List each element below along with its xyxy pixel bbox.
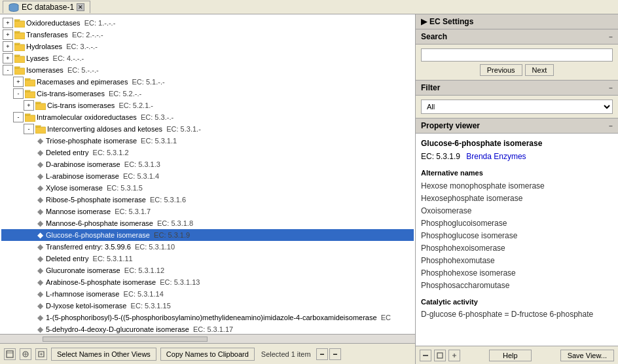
- tree-item-glucose-6[interactable]: ◆ Glucose-6-phosphate isomerase EC: 5.3.…: [1, 229, 414, 241]
- tree-item-arabinose-5[interactable]: ◆ Arabinose-5-phosphate isomerase EC: 5.…: [1, 276, 414, 288]
- tree-item-ribose-5[interactable]: ◆ Ribose-5-phosphate isomerase EC: 5.3.1…: [1, 194, 414, 206]
- tree-label: Isomerases: [26, 65, 64, 75]
- leaf-bullet: ◆: [35, 136, 45, 145]
- leaf-bullet: ◆: [35, 301, 45, 310]
- tree-item-glucuronate[interactable]: ◆ Glucuronate isomerase EC: 5.3.1.12: [1, 264, 414, 276]
- tree-label: Glucose-6-phosphate isomerase: [46, 230, 150, 240]
- tree-item-phosphoribosyl[interactable]: ◆ 1-(5-phosphoribosyl)-5-((5-phosphoribo…: [1, 312, 414, 323]
- svg-rect-6: [25, 80, 35, 86]
- leaf-bullet: ◆: [35, 313, 45, 322]
- save-view-button[interactable]: Save View...: [560, 350, 614, 361]
- tree-label: Cis-trans isomerases: [47, 100, 115, 111]
- expander-intramolecular[interactable]: -: [13, 112, 24, 122]
- expander-cis-trans-sub[interactable]: +: [24, 100, 34, 111]
- minus-icon-btn[interactable]: −: [316, 348, 328, 360]
- tree-item-hydrolases[interactable]: + Hydrolases EC: 3.-.-.-: [1, 41, 414, 52]
- leaf-bullet: ◆: [35, 172, 45, 181]
- leaf-bullet: ◆: [35, 195, 45, 204]
- property-collapse-icon[interactable]: −: [609, 122, 613, 130]
- tree-item-mannose-6[interactable]: ◆ Mannose-6-phosphate isomerase EC: 5.3.…: [1, 217, 414, 229]
- search-input[interactable]: [421, 48, 613, 62]
- svg-rect-11: [7, 351, 13, 357]
- brenda-link[interactable]: Brenda Enzymes: [466, 152, 526, 161]
- tree-label: Transferred entry: 3.5.99.6: [46, 242, 131, 252]
- expander-lyases[interactable]: +: [3, 53, 13, 64]
- right-bottom-bar: Help Save View...: [416, 346, 618, 364]
- restore-icon-btn[interactable]: [434, 350, 446, 361]
- leaf-bullet: ◆: [35, 278, 45, 287]
- tree-item-transferred[interactable]: ◆ Transferred entry: 3.5.99.6 EC: 5.3.1.…: [1, 241, 414, 253]
- tree-item-racemases[interactable]: + Racemases and epimerases EC: 5.1.-.-: [1, 76, 414, 88]
- tree-label: L-arabinose isomerase: [46, 171, 119, 181]
- tree-item-mannose[interactable]: ◆ Mannose isomerase EC: 5.3.1.7: [1, 206, 414, 217]
- search-header: Search −: [416, 29, 618, 45]
- tree-item-oxidoreductases[interactable]: + Oxidoreductases EC: 1.-.-.-: [1, 17, 414, 29]
- tree-item-intramolecular[interactable]: - Intramolecular oxidoreductases EC: 5.3…: [1, 111, 414, 123]
- minimize-icon-btn[interactable]: [420, 350, 431, 361]
- svg-rect-8: [35, 103, 46, 110]
- folder-icon: [14, 30, 25, 39]
- expander-interconverting[interactable]: -: [24, 124, 34, 134]
- tree-item-deleted-53111[interactable]: ◆ Deleted entry EC: 5.3.1.11: [1, 253, 414, 264]
- tree-label: D-arabinose isomerase: [46, 159, 120, 170]
- expander-isomerases[interactable]: -: [3, 65, 13, 75]
- catalytic-title: Catalytic activity: [421, 297, 613, 308]
- tree-item-triose-phosphate[interactable]: ◆ Triose-phosphate isomerase EC: 5.3.1.1: [1, 135, 414, 147]
- property-viewer-content: Glucose-6-phosphate isomerase EC: 5.3.1.…: [416, 134, 618, 346]
- expander-racemases[interactable]: +: [13, 77, 24, 87]
- tree-item-d-arabinose[interactable]: ◆ D-arabinose isomerase EC: 5.3.1.3: [1, 158, 414, 170]
- leaf-bullet: ◆: [35, 183, 45, 192]
- tree-item-dehydro[interactable]: ◆ 5-dehydro-4-deoxy-D-glucuronate isomer…: [1, 323, 414, 334]
- leaf-bullet: ◆: [35, 254, 45, 263]
- expander-hydrolases[interactable]: +: [3, 41, 13, 52]
- search-collapse-icon[interactable]: −: [609, 33, 613, 41]
- toolbar-icon-2[interactable]: [20, 348, 31, 360]
- tree-container[interactable]: + Oxidoreductases EC: 1.-.-.- + Transfer…: [0, 14, 415, 334]
- svg-rect-2: [14, 33, 25, 39]
- minus2-icon-btn[interactable]: −: [329, 348, 341, 360]
- tree-item-isomerases[interactable]: - Isomerases EC: 5.-.-.-: [1, 64, 414, 76]
- tree-label: Intramolecular oxidoreductases: [37, 112, 137, 122]
- previous-button[interactable]: Previous: [480, 64, 522, 76]
- tree-label: Arabinose-5-phosphate isomerase: [46, 277, 156, 287]
- database-tab[interactable]: EC database-1 ✕: [3, 1, 90, 13]
- expand-icon-btn[interactable]: [448, 350, 460, 361]
- filter-select[interactable]: All Enzymes Deleted Transferred: [421, 100, 613, 114]
- leaf-bullet: ◆: [35, 325, 45, 334]
- horizontal-scrollbar[interactable]: [0, 334, 415, 343]
- expander-cis-trans-top[interactable]: -: [13, 88, 24, 99]
- copy-names-button[interactable]: Copy Names to Clipboard: [160, 348, 255, 361]
- expander-transferases[interactable]: +: [3, 29, 13, 40]
- tree-item-lyases[interactable]: + Lyases EC: 4.-.-.-: [1, 52, 414, 64]
- tree-item-interconverting[interactable]: - Interconverting aldoses and ketoses EC…: [1, 123, 414, 135]
- left-panel: + Oxidoreductases EC: 1.-.-.- + Transfer…: [0, 14, 416, 364]
- tree-item-xylose[interactable]: ◆ Xylose isomerase EC: 5.3.1.5: [1, 182, 414, 194]
- select-names-button[interactable]: Select Names in Other Views: [51, 348, 156, 361]
- tree-item-transferases[interactable]: + Transferases EC: 2.-.-.-: [1, 29, 414, 41]
- help-button[interactable]: Help: [489, 350, 532, 361]
- tab-close-button[interactable]: ✕: [77, 3, 84, 11]
- tree-label: Mannose isomerase: [46, 206, 111, 217]
- title-bar: EC database-1 ✕: [0, 0, 618, 14]
- alt-name-2: Hexosephosphate isomerase: [421, 192, 613, 204]
- toolbar-icon-1[interactable]: [4, 348, 16, 360]
- search-content: Previous Next: [416, 45, 618, 80]
- tree-label: Interconverting aldoses and ketoses: [47, 124, 162, 134]
- svg-rect-1: [14, 21, 25, 27]
- tree-item-cis-trans-sub[interactable]: + Cis-trans isomerases EC: 5.2.1.-: [1, 100, 414, 111]
- filter-collapse-icon[interactable]: −: [609, 84, 613, 92]
- folder-icon: [35, 101, 46, 110]
- next-button[interactable]: Next: [525, 64, 554, 76]
- main-container: + Oxidoreductases EC: 1.-.-.- + Transfer…: [0, 14, 618, 364]
- tree-item-deleted-5312[interactable]: ◆ Deleted entry EC: 5.3.1.2: [1, 147, 414, 158]
- tree-item-l-arabinose[interactable]: ◆ L-arabinose isomerase EC: 5.3.1.4: [1, 170, 414, 182]
- property-viewer-label: Property viewer: [421, 121, 480, 130]
- toolbar-icon-3[interactable]: [35, 348, 47, 360]
- tree-item-cis-trans-top[interactable]: - Cis-trans-isomerases EC: 5.2.-.-: [1, 88, 414, 100]
- tree-item-l-rhamnose[interactable]: ◆ L-rhamnose isomerase EC: 5.3.1.14: [1, 288, 414, 300]
- tree-item-d-lyxose[interactable]: ◆ D-lyxose ketol-isomerase EC: 5.3.1.15: [1, 300, 414, 312]
- tree-label: Ribose-5-phosphate isomerase: [46, 194, 146, 205]
- alt-name-6: Phosphohexoisomerase: [421, 242, 613, 254]
- alt-name-5: Phosphoglucose isomerase: [421, 230, 613, 242]
- expander-oxidoreductases[interactable]: +: [3, 18, 13, 28]
